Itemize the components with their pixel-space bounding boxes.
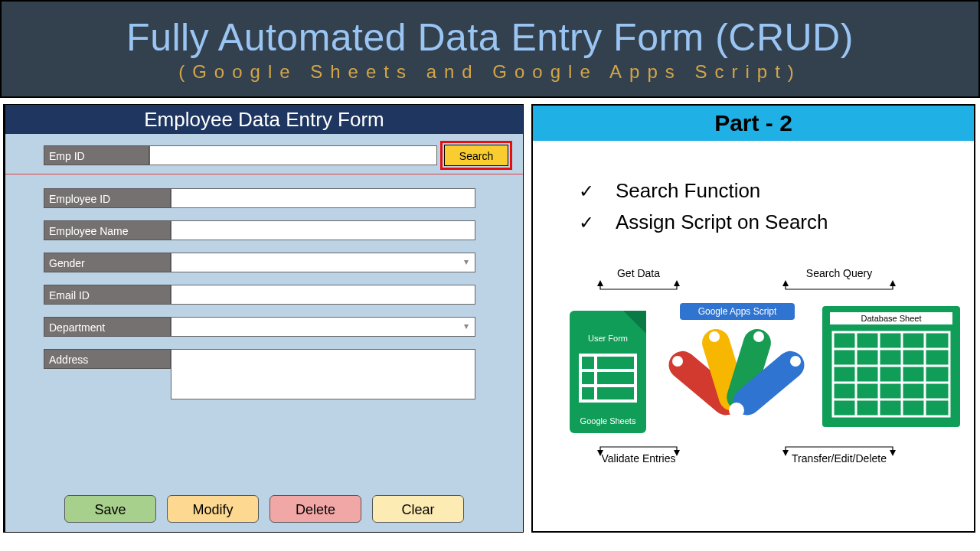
field-row: Department xyxy=(44,317,512,337)
svg-point-23 xyxy=(672,356,683,367)
emp-id-search-label: Emp ID xyxy=(44,145,149,165)
bullet-list: ✓ Search Function ✓ Assign Script on Sea… xyxy=(579,179,974,242)
email-id-label: Email ID xyxy=(44,285,171,305)
save-button[interactable]: Save xyxy=(64,495,156,523)
department-label: Department xyxy=(44,317,171,337)
field-row: Gender xyxy=(44,253,512,272)
search-button-highlight: Search xyxy=(440,141,512,170)
svg-marker-6 xyxy=(782,450,789,456)
emp-id-search-input[interactable] xyxy=(149,145,437,165)
svg-point-25 xyxy=(753,331,764,342)
svg-text:Database Sheet: Database Sheet xyxy=(861,314,922,323)
modify-button[interactable]: Modify xyxy=(167,495,259,523)
fields-container: Employee ID Employee Name Gender Email I… xyxy=(44,188,512,399)
bullet-text: Search Function xyxy=(616,179,760,203)
main-title: Fully Automated Data Entry Form (CRUD) xyxy=(126,15,854,60)
check-icon: ✓ xyxy=(579,212,594,233)
svg-point-24 xyxy=(709,331,720,342)
bullet-item: ✓ Assign Script on Search xyxy=(579,210,974,234)
form-title: Employee Data Entry Form xyxy=(5,105,523,134)
database-sheet-icon: Database Sheet xyxy=(822,306,960,427)
svg-text:User Form: User Form xyxy=(588,334,628,343)
title-banner: Fully Automated Data Entry Form (CRUD) (… xyxy=(0,0,980,98)
apps-script-icon: Google Apps Script xyxy=(663,303,810,421)
check-icon: ✓ xyxy=(579,181,594,202)
address-textarea[interactable] xyxy=(171,349,475,399)
get-data-label: Get Data xyxy=(617,267,660,279)
bullet-text: Assign Script on Search xyxy=(616,210,828,234)
transfer-edit-delete-label: Transfer/Edit/Delete xyxy=(792,452,887,465)
field-row: Address xyxy=(44,349,512,399)
validate-entries-label: Validate Entries xyxy=(601,452,675,465)
employee-name-label: Employee Name xyxy=(44,220,171,240)
field-row: Email ID xyxy=(44,285,512,305)
field-row: Employee ID xyxy=(44,188,512,208)
field-row: Employee Name xyxy=(44,220,512,240)
employee-id-label: Employee ID xyxy=(44,188,171,208)
svg-point-22 xyxy=(729,403,744,418)
search-row: Emp ID Search xyxy=(44,143,512,168)
employee-form-panel: Employee Data Entry Form Emp ID Search E… xyxy=(3,104,524,533)
bullet-item: ✓ Search Function xyxy=(579,179,974,203)
architecture-diagram: Get Data Search Query Validate Entries T… xyxy=(533,242,974,531)
divider-line xyxy=(5,174,523,174)
right-panel: Part - 2 ✓ Search Function ✓ Assign Scri… xyxy=(531,104,975,533)
part-header: Part - 2 xyxy=(533,106,974,141)
action-buttons: Save Modify Delete Clear xyxy=(5,495,523,523)
sub-title: (Google Sheets and Google Apps Script) xyxy=(178,61,802,83)
svg-text:Google Apps Script: Google Apps Script xyxy=(698,306,777,317)
address-label: Address xyxy=(44,349,171,369)
svg-marker-2 xyxy=(782,280,789,286)
employee-name-input[interactable] xyxy=(171,220,475,240)
svg-marker-7 xyxy=(890,450,896,456)
department-dropdown[interactable] xyxy=(171,317,475,337)
search-button[interactable]: Search xyxy=(444,145,508,166)
email-id-input[interactable] xyxy=(171,285,475,305)
clear-button[interactable]: Clear xyxy=(372,495,464,523)
delete-button[interactable]: Delete xyxy=(270,495,361,523)
svg-marker-1 xyxy=(674,280,680,286)
svg-point-26 xyxy=(790,356,801,367)
svg-marker-3 xyxy=(890,280,896,286)
search-query-label: Search Query xyxy=(806,267,872,279)
google-sheets-icon: User Form Google Sheets xyxy=(570,311,646,433)
employee-id-input[interactable] xyxy=(171,188,475,208)
gender-dropdown[interactable] xyxy=(171,253,475,272)
svg-marker-0 xyxy=(597,280,603,286)
gender-label: Gender xyxy=(44,253,171,272)
svg-text:Google Sheets: Google Sheets xyxy=(580,416,636,425)
